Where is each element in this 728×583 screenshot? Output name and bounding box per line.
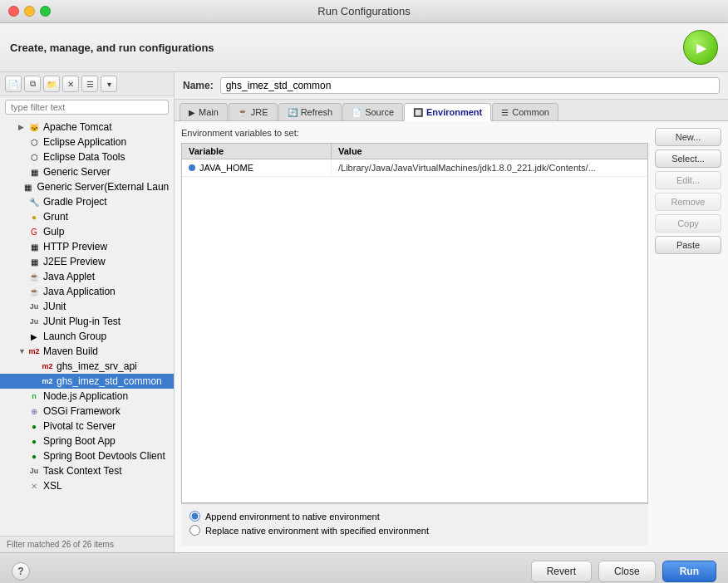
sidebar-item-label: Gradle Project (43, 196, 107, 208)
sidebar-item-label: Eclipse Application (43, 136, 126, 148)
radio-replace[interactable] (189, 525, 200, 536)
tab-main-label: Main (199, 107, 219, 117)
spacer (18, 302, 27, 311)
sidebar-item-ghs-srv-api[interactable]: m2 ghs_imez_srv_api (0, 359, 174, 374)
revert-button[interactable]: Revert (531, 561, 592, 582)
radio-append-row: Append environment to native environment (189, 511, 640, 522)
nodejs-icon: n (28, 390, 40, 402)
tabs-bar: ▶ Main ☕ JRE 🔄 Refresh 📄 Source 🔲 Enviro… (175, 100, 728, 121)
more-button[interactable]: ▾ (101, 76, 117, 92)
spring-devtools-icon: ● (28, 450, 40, 462)
select-env-button[interactable]: Select... (655, 149, 721, 168)
sidebar-item-launch-group[interactable]: ▶ Launch Group (0, 329, 174, 344)
env-row[interactable]: JAVA_HOME /Library/Java/JavaVirtualMachi… (182, 159, 647, 177)
sidebar-item-ghs-std-common[interactable]: m2 ghs_imez_std_common (0, 374, 174, 389)
spacer (18, 332, 27, 340)
sidebar-item-maven-build[interactable]: ▼ m2 Maven Build (0, 344, 174, 359)
close-window-button[interactable] (8, 6, 19, 17)
run-button[interactable]: Run (662, 561, 716, 582)
radio-append[interactable] (189, 511, 200, 522)
sidebar-item-label: Task Context Test (43, 465, 122, 477)
content-area: Environment variables to set: Variable V… (175, 121, 728, 552)
sidebar-item-spring-devtools[interactable]: ● Spring Boot Devtools Client (0, 448, 174, 463)
filter-count-label: Filter matched 26 of 26 items (7, 540, 114, 549)
sidebar-item-gradle-project[interactable]: 🔧 Gradle Project (0, 194, 174, 209)
sidebar: 📄 ⧉ 📁 ✕ ☰ ▾ ▶ 🐱 Apache Tomcat ⬡ Eclipse … (0, 72, 175, 552)
tab-common[interactable]: ☰ Common (492, 103, 558, 120)
sidebar-item-spring-boot[interactable]: ● Spring Boot App (0, 434, 174, 448)
tab-refresh-label: Refresh (301, 107, 333, 117)
sidebar-item-label: Generic Server (43, 166, 111, 178)
paste-env-button[interactable]: Paste (655, 236, 721, 254)
sidebar-item-xsl[interactable]: ✕ XSL (0, 478, 174, 493)
minimize-window-button[interactable] (24, 6, 35, 17)
run-icon (683, 30, 718, 65)
main-tab-icon: ▶ (189, 108, 195, 117)
java-app-icon: ☕ (28, 286, 40, 297)
expand-arrow: ▶ (18, 123, 27, 131)
junit-icon: Ju (28, 301, 40, 312)
spacer (18, 422, 27, 430)
duplicate-config-button[interactable]: ⧉ (24, 76, 41, 92)
sidebar-item-gulp[interactable]: G Gulp (0, 224, 174, 239)
env-var-cell: JAVA_HOME (182, 159, 332, 176)
sidebar-item-osgi[interactable]: ⊕ OSGi Framework (0, 404, 174, 419)
tab-refresh[interactable]: 🔄 Refresh (278, 103, 342, 120)
pivotal-icon: ● (28, 420, 40, 432)
sidebar-item-label: Spring Boot Devtools Client (43, 450, 165, 462)
sidebar-item-junit[interactable]: Ju JUnit (0, 299, 174, 314)
spacer (18, 168, 27, 176)
filter-button[interactable]: ☰ (81, 76, 98, 92)
spacer (32, 362, 40, 370)
generic-server-ext-icon: ▦ (22, 181, 34, 193)
maximize-window-button[interactable] (40, 6, 51, 17)
new-config-button[interactable]: 📄 (5, 76, 22, 92)
spacer (18, 213, 27, 221)
sidebar-item-nodejs[interactable]: n Node.js Application (0, 389, 174, 404)
close-button[interactable]: Close (598, 561, 656, 582)
launch-group-icon: ▶ (28, 331, 40, 342)
sidebar-item-generic-server-ext[interactable]: ▦ Generic Server(External Laun (0, 179, 174, 194)
buttons-panel: New... Select... Edit... Remove Copy Pas… (655, 128, 721, 546)
new-folder-button[interactable]: 📁 (43, 76, 60, 92)
remove-env-button[interactable]: Remove (655, 193, 721, 211)
radio-replace-row: Replace native environment with specifie… (189, 525, 640, 536)
delete-config-button[interactable]: ✕ (62, 76, 79, 92)
tab-source[interactable]: 📄 Source (342, 103, 403, 120)
sidebar-item-apache-tomcat[interactable]: ▶ 🐱 Apache Tomcat (0, 120, 174, 135)
new-env-button[interactable]: New... (655, 128, 721, 146)
name-input[interactable] (220, 77, 720, 94)
sidebar-item-label: Gulp (43, 226, 64, 238)
j2ee-icon: ▦ (28, 256, 40, 267)
sidebar-item-eclipse-data-tools[interactable]: ⬡ Eclipse Data Tools (0, 149, 174, 164)
radio-append-label: Append environment to native environment (205, 512, 380, 522)
sidebar-item-eclipse-application[interactable]: ⬡ Eclipse Application (0, 135, 174, 149)
sidebar-item-label: JUnit Plug-in Test (43, 316, 121, 327)
source-tab-icon: 📄 (352, 108, 362, 117)
spacer (18, 467, 27, 475)
env-col-variable-header: Variable (182, 144, 332, 159)
sidebar-item-http-preview[interactable]: ▦ HTTP Preview (0, 239, 174, 254)
copy-env-button[interactable]: Copy (655, 214, 721, 233)
tab-jre[interactable]: ☕ JRE (229, 103, 278, 120)
sidebar-item-java-application[interactable]: ☕ Java Application (0, 284, 174, 299)
help-button[interactable]: ? (12, 562, 30, 581)
sidebar-item-junit-plugin[interactable]: Ju JUnit Plug-in Test (0, 314, 174, 329)
tab-main[interactable]: ▶ Main (180, 103, 228, 120)
sidebar-item-j2ee-preview[interactable]: ▦ J2EE Preview (0, 254, 174, 269)
filter-input[interactable] (5, 100, 169, 115)
maven-common-icon: m2 (42, 375, 53, 387)
http-preview-icon: ▦ (28, 241, 40, 252)
tab-source-label: Source (365, 107, 394, 117)
sidebar-item-label: J2EE Preview (43, 256, 106, 267)
sidebar-item-grunt[interactable]: ● Grunt (0, 209, 174, 224)
eclipse-data-icon: ⬡ (28, 151, 40, 163)
sidebar-item-generic-server[interactable]: ▦ Generic Server (0, 164, 174, 179)
sidebar-item-task-context[interactable]: Ju Task Context Test (0, 463, 174, 478)
edit-env-button[interactable]: Edit... (655, 171, 721, 189)
sidebar-item-pivotal[interactable]: ● Pivotal tc Server (0, 419, 174, 434)
sidebar-toolbar: 📄 ⧉ 📁 ✕ ☰ ▾ (0, 72, 174, 96)
tab-environment[interactable]: 🔲 Environment (404, 103, 491, 121)
sidebar-item-label: Java Application (43, 286, 116, 297)
sidebar-item-java-applet[interactable]: ☕ Java Applet (0, 269, 174, 284)
